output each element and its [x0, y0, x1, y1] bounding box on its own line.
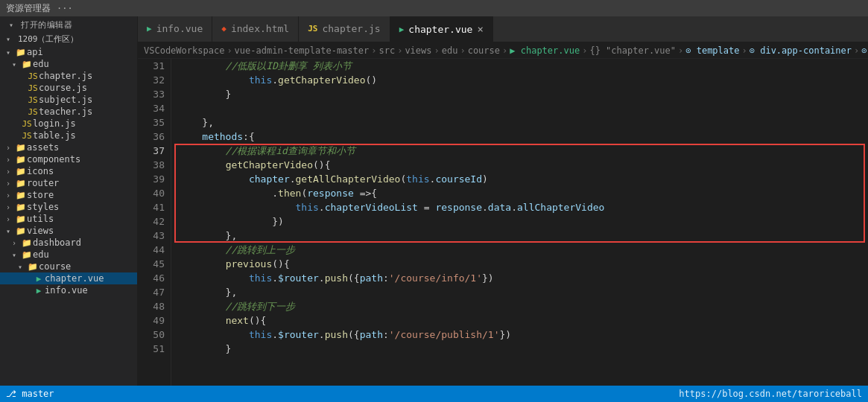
folder-icon: 📁 [21, 60, 33, 69]
folder-icon: 📁 [15, 48, 27, 57]
code-line: next(){ [179, 313, 868, 328]
edu-chevron [12, 60, 21, 68]
code-editor[interactable]: 31 32 33 34 35 36 37 38 39 40 41 42 43 4… [138, 59, 868, 386]
code-line: this.chapterVideoList = response.data.al… [179, 200, 868, 214]
tree-item[interactable]: 📁 assets [0, 141, 137, 153]
views-chevron [6, 227, 15, 235]
tab-chapter-js[interactable]: JS chapter.js [299, 16, 390, 42]
folder-icon: 📁 [15, 214, 27, 224]
code-line: //根据课程id查询章节和小节 [179, 144, 868, 158]
tree-item[interactable]: JS login.js [0, 118, 137, 130]
code-line: }, [179, 115, 868, 130]
vue-icon: ▶ [399, 25, 405, 34]
tree-item[interactable]: JS teacher.js [0, 106, 137, 118]
folder-icon: 📁 [15, 155, 27, 165]
folder-icon: 📁 [15, 167, 27, 176]
tree-item[interactable]: ▶ chapter.vue [0, 272, 137, 284]
api-chevron [6, 48, 15, 57]
js-icon: JS [27, 71, 39, 81]
code-line: }) [179, 214, 868, 229]
tree-item[interactable]: 📁 utils [0, 213, 137, 225]
tree-item[interactable]: 📁 styles [0, 201, 137, 213]
tab-bar: ▶ info.vue ◆ index.html JS chapter.js ▶ … [138, 16, 868, 42]
router-chevron [6, 179, 15, 188]
code-line [179, 101, 868, 115]
tree-item[interactable]: 📁 store [0, 189, 137, 201]
folder-icon: 📁 [27, 262, 39, 272]
tree-item[interactable]: 📁 edu [0, 249, 137, 261]
folder-icon: 📁 [15, 202, 27, 212]
js-icon: JS [27, 83, 39, 93]
code-line: }, [179, 285, 868, 299]
tree-item[interactable]: 📁 dashboard [0, 237, 137, 249]
code-area: //低版以ID卦删享 列表小节 this.getChapterVideo() }… [171, 59, 868, 386]
code-line: this.$router.push({path:'/course/info/1'… [179, 271, 868, 285]
folder-icon: 📁 [21, 238, 33, 248]
workspace-label: 1209（工作区） [0, 32, 137, 46]
folder-icon: 📁 [21, 250, 33, 260]
js-icon: JS [21, 119, 33, 129]
code-line: //跳转到下一步 [179, 299, 868, 313]
tree-item[interactable]: 📁 router [0, 177, 137, 189]
folder-icon: 📁 [15, 191, 27, 200]
title-bar-dots[interactable]: ··· [57, 3, 73, 13]
code-line: }, [179, 229, 868, 243]
status-left: ⎇ master [6, 389, 54, 399]
tree-item[interactable]: ▶ info.vue [0, 284, 137, 296]
tree-item[interactable]: 📁 course [0, 261, 137, 272]
js-icon: JS [27, 95, 39, 105]
tab-info-vue[interactable]: ▶ info.vue [138, 16, 212, 42]
store-chevron [6, 191, 15, 200]
icons-chevron [6, 168, 15, 176]
dashboard-chevron [12, 239, 21, 247]
code-line: chapter.getAllChapterVideo(this.courseId… [179, 172, 868, 186]
folder-icon: 📁 [15, 226, 27, 236]
tree-item[interactable]: JS table.js [0, 130, 137, 141]
folder-icon: 📁 [15, 143, 27, 153]
utils-chevron [6, 215, 15, 223]
code-line: .then(response =>{ [179, 186, 868, 200]
tree-item[interactable]: JS subject.js [0, 94, 137, 106]
edu2-chevron [12, 251, 21, 259]
open-editors-chevron[interactable] [9, 21, 18, 29]
code-line: getChapterVideo(){ [179, 158, 868, 172]
workspace-chevron[interactable] [6, 35, 15, 43]
code-line: } [179, 342, 868, 356]
line-numbers: 31 32 33 34 35 36 37 38 39 40 41 42 43 4… [138, 59, 171, 386]
title-bar-text: 资源管理器 [6, 2, 51, 15]
tree-item[interactable]: 📁 edu [0, 58, 137, 70]
components-chevron [6, 156, 15, 164]
assets-chevron [6, 144, 15, 152]
open-editors-label: 打开的编辑器 [0, 16, 137, 32]
code-line: //跳转到上一步 [179, 243, 868, 257]
js-icon: JS [308, 24, 317, 34]
tab-index-html[interactable]: ◆ index.html [212, 16, 299, 42]
code-line: this.getChapterVideo() [179, 73, 868, 87]
tree-item[interactable]: 📁 components [0, 153, 137, 165]
tree-item[interactable]: 📁 api [0, 46, 137, 58]
title-bar: 资源管理器 ··· [0, 0, 868, 16]
vue-icon: ▶ [147, 24, 152, 34]
folder-icon: 📁 [15, 179, 27, 188]
code-line: previous(){ [179, 257, 868, 271]
course-chevron [18, 263, 27, 271]
tree-item[interactable]: JS chapter.js [0, 70, 137, 82]
tab-chapter-vue[interactable]: ▶ chapter.vue × [390, 16, 493, 42]
code-line: //低版以ID卦删享 列表小节 [179, 59, 868, 73]
tab-close-icon[interactable]: × [477, 24, 483, 34]
styles-chevron [6, 203, 15, 211]
tree-item[interactable]: 📁 views [0, 225, 137, 237]
tree-item[interactable]: 📁 icons [0, 165, 137, 177]
vue-icon: ▶ [33, 274, 45, 284]
breadcrumb: VSCodeWorkspace › vue-admin-template-mas… [138, 42, 868, 59]
code-line: this.$router.push({path:'/course/publish… [179, 328, 868, 342]
html-icon: ◆ [221, 24, 226, 34]
js-icon: JS [27, 107, 39, 117]
status-right: https://blog.csdn.net/taroriceball [679, 389, 862, 399]
js-icon: JS [21, 131, 33, 141]
code-line: } [179, 87, 868, 101]
tree-item[interactable]: JS course.js [0, 82, 137, 94]
vue-icon: ▶ [33, 286, 45, 296]
sidebar: 打开的编辑器 1209（工作区） 📁 api 📁 edu JS chapter.… [0, 16, 138, 386]
status-bar: ⎇ master https://blog.csdn.net/taroriceb… [0, 386, 868, 402]
